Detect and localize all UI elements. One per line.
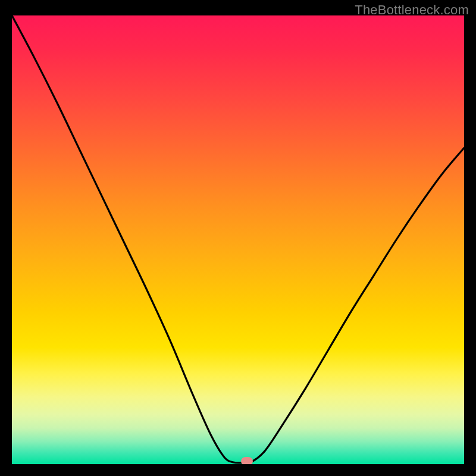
chart-stage: TheBottleneck.com [0, 0, 476, 476]
bottleneck-curve-path [12, 15, 464, 463]
plot-area [12, 15, 464, 464]
optimum-marker [241, 457, 253, 464]
watermark-label: TheBottleneck.com [355, 2, 469, 18]
bottleneck-curve [12, 15, 464, 464]
